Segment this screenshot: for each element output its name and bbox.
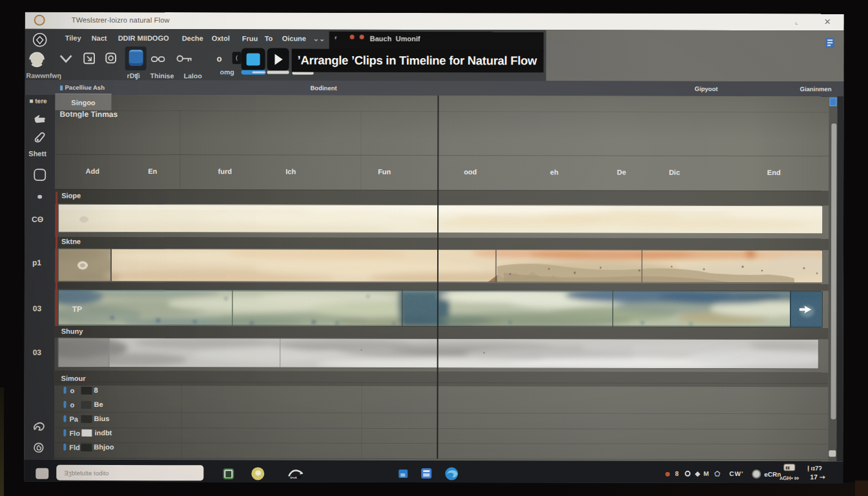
svg-text:U•ʌA: U•ʌA xyxy=(290,476,297,479)
svg-text:TP: TP xyxy=(72,305,82,314)
